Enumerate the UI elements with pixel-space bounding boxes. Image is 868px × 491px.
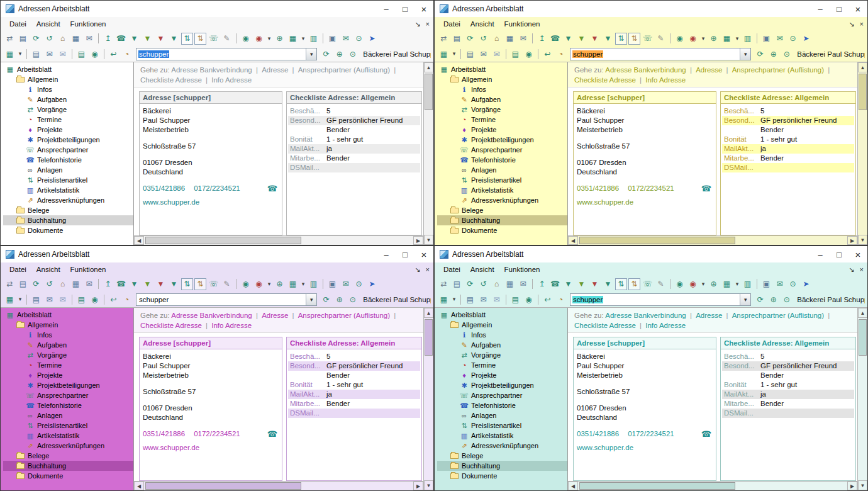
map-caret-icon[interactable]: ▾ <box>300 33 306 45</box>
goto-link-1[interactable]: Adresse Bankverbindung <box>171 66 252 74</box>
phone-icon[interactable]: ☎ <box>701 184 711 193</box>
note-icon[interactable]: ✎ <box>221 33 233 45</box>
phone-icon[interactable]: ☎ <box>549 33 561 45</box>
pin-icon[interactable]: ◉ <box>240 33 252 45</box>
search-dropdown-button[interactable]: ▾ <box>740 48 750 60</box>
checklist-row[interactable]: Bonität1 - sehr gut <box>722 380 854 390</box>
checklist-row[interactable]: Bonität1 - sehr gut <box>288 135 420 144</box>
refresh-icon[interactable]: ⟳ <box>754 48 766 60</box>
search-input[interactable]: schupper ▾ <box>570 48 751 60</box>
map-icon[interactable]: ▦ <box>721 278 733 290</box>
tree-item-buchhaltung[interactable]: Buchhaltung <box>437 461 567 471</box>
vertical-scroll-track[interactable] <box>858 318 867 480</box>
goto-link-4[interactable]: Checkliste Adresse <box>574 322 636 329</box>
phone-number-1[interactable]: 0351/421886 <box>143 184 185 193</box>
call-icon[interactable]: ☏ <box>642 33 654 45</box>
map-caret-icon[interactable]: ▾ <box>734 278 740 290</box>
tree-item-telefonhistorie[interactable]: ☎Telefonhistorie <box>3 400 133 410</box>
filter-add-icon[interactable]: ▼ <box>142 278 153 290</box>
print-icon[interactable]: ▤ <box>30 293 42 305</box>
export-icon[interactable]: ↥ <box>102 278 114 290</box>
goto-link-1[interactable]: Adresse Bankverbindung <box>171 312 252 319</box>
goto-link-1[interactable]: Adresse Bankverbindung <box>605 66 686 74</box>
pin-drop-icon[interactable]: ◉ <box>687 33 699 45</box>
message-icon[interactable]: ✉ <box>43 293 55 305</box>
search-icon[interactable]: ⊙ <box>353 278 365 290</box>
tree-item-anlagen[interactable]: ∞Anlagen <box>437 165 567 175</box>
mail-icon[interactable]: ✉ <box>517 278 529 290</box>
history-back-icon[interactable]: ↩ <box>108 48 120 60</box>
tree-item-ansprechpartner[interactable]: ☏Ansprechpartner <box>3 145 133 155</box>
message-icon[interactable]: ✉ <box>43 48 55 60</box>
filter-edit-icon[interactable]: ▼ <box>168 278 180 290</box>
map-icon[interactable]: ▦ <box>721 33 733 45</box>
pin-caret-icon[interactable]: ▾ <box>700 278 706 290</box>
tree-item-projekte[interactable]: ♦Projekte <box>437 370 567 380</box>
target-icon[interactable]: ◉ <box>523 48 535 60</box>
scroll-up-button[interactable]: ▲ <box>858 62 867 72</box>
pin-icon[interactable]: ◉ <box>674 278 686 290</box>
home-icon[interactable]: ⌂ <box>491 278 503 290</box>
map-icon[interactable]: ▦ <box>287 278 299 290</box>
scroll-left-button[interactable]: ◀ <box>568 236 578 245</box>
website-link[interactable]: www.schupper.de <box>143 198 279 207</box>
horizontal-scrollbar[interactable]: ◀ ▶ <box>134 235 423 245</box>
send-icon[interactable]: ➤ <box>800 33 812 45</box>
checklist-row[interactable]: Mitarbe...Bender <box>288 399 420 409</box>
menu-item-ansicht[interactable]: Ansicht <box>31 264 65 274</box>
zoom-plus-icon[interactable]: ⊕ <box>708 278 720 290</box>
filter-icon[interactable]: ▼ <box>128 278 140 290</box>
checklist-row[interactable]: Beschä...5 <box>288 352 420 361</box>
maximize-button[interactable]: □ <box>830 247 849 262</box>
horizontal-scroll-thumb[interactable] <box>145 237 301 244</box>
sort-asc-icon[interactable]: ⇅ <box>615 278 627 290</box>
tree-item-anlagen[interactable]: ∞Anlagen <box>437 410 567 420</box>
vertical-scroll-track[interactable] <box>424 72 433 235</box>
phone-icon[interactable]: ☎ <box>701 429 711 439</box>
search-dropdown-button[interactable]: ▾ <box>306 48 316 60</box>
filter-icon[interactable]: ▼ <box>562 278 574 290</box>
call-icon[interactable]: ☏ <box>208 278 220 290</box>
send-icon[interactable]: ➤ <box>800 278 812 290</box>
tree-item-aufgaben[interactable]: ✎Aufgaben <box>3 340 133 350</box>
checklist-row[interactable]: Bender <box>722 125 854 135</box>
tree-item-infos[interactable]: ℹInfos <box>3 330 133 340</box>
workflow-icon[interactable]: ⇄ <box>4 278 16 290</box>
checklist-row[interactable]: MailAkt...ja <box>722 144 854 154</box>
tree-item-belege[interactable]: Belege <box>3 451 133 461</box>
search-dropdown-button[interactable]: ▾ <box>306 294 316 305</box>
sort-desc-icon[interactable]: ⇅ <box>194 33 206 45</box>
grid-caret-icon[interactable]: ▾ <box>17 293 23 305</box>
scroll-up-button[interactable]: ▲ <box>424 62 433 72</box>
tree-item-artikelstatistik[interactable]: ▥Artikelstatistik <box>437 431 567 441</box>
tree-item-infos[interactable]: ℹInfos <box>437 330 567 340</box>
vertical-scrollbar[interactable]: ▲ ▼ <box>857 308 867 490</box>
history-clock-icon[interactable]: ◔ <box>555 293 567 305</box>
grid-icon[interactable]: ▦ <box>504 278 516 290</box>
tree-item-preislistenartikel[interactable]: ⇅Preislistenartikel <box>437 175 567 185</box>
scroll-down-button[interactable]: ▼ <box>858 480 867 490</box>
tree-item-adressverknüpfungen[interactable]: ⇗Adressverknüpfungen <box>3 441 133 451</box>
grid-icon[interactable]: ▦ <box>70 33 82 45</box>
close-pane-icon[interactable]: × <box>426 266 430 274</box>
list-icon[interactable]: ▤ <box>75 293 87 305</box>
phone-icon[interactable]: ☎ <box>115 33 127 45</box>
horizontal-scrollbar[interactable]: ◀ ▶ <box>568 481 857 490</box>
menu-item-funktionen[interactable]: Funktionen <box>65 19 111 29</box>
tree-item-aufgaben[interactable]: ✎Aufgaben <box>437 340 567 350</box>
goto-link-2[interactable]: Adresse <box>696 312 722 319</box>
home-icon[interactable]: ⌂ <box>57 33 69 45</box>
call-icon[interactable]: ☏ <box>642 278 654 290</box>
checklist-row[interactable]: Mitarbe...Bender <box>722 154 854 163</box>
tree-item-projektbeteiligungen[interactable]: ✱Projektbeteiligungen <box>437 135 567 145</box>
phone-number-2[interactable]: 0172/2234521 <box>194 429 240 439</box>
list-icon[interactable]: ▤ <box>509 48 521 60</box>
filter-edit-icon[interactable]: ▼ <box>602 278 614 290</box>
grid-edit-icon[interactable]: ▦ <box>438 293 450 305</box>
menu-item-datei[interactable]: Datei <box>438 264 465 274</box>
grid-edit-icon[interactable]: ▦ <box>438 48 450 60</box>
maximize-button[interactable]: □ <box>396 247 415 262</box>
phone-icon[interactable]: ☎ <box>115 278 127 290</box>
search-icon[interactable]: ⊙ <box>353 33 365 45</box>
workflow-icon[interactable]: ⇄ <box>4 33 16 45</box>
